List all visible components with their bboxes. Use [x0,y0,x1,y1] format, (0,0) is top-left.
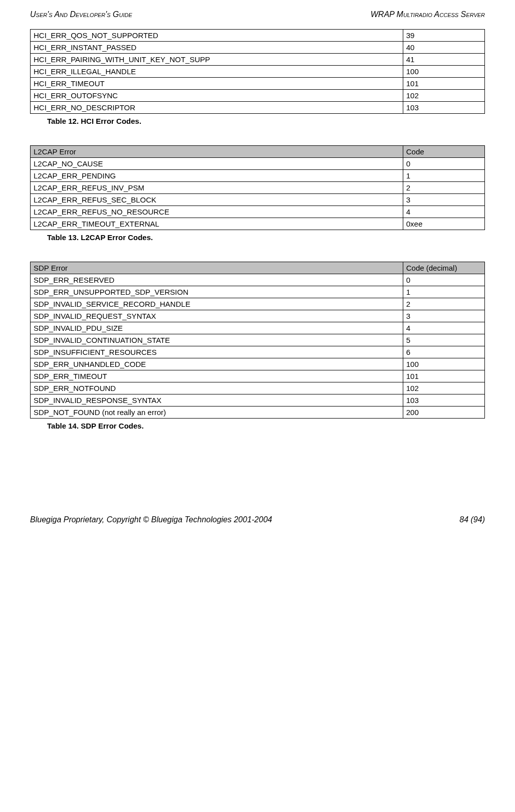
col-header: Code [403,146,484,158]
caption-table13: Table 13. L2CAP Error Codes. [47,233,485,242]
table-l2cap-errors: L2CAP Error Code L2CAP_NO_CAUSE0L2CAP_ER… [30,145,485,230]
table-row: SDP_ERR_UNSUPPORTED_SDP_VERSION1 [31,286,485,298]
table-row: L2CAP_ERR_REFUS_SEC_BLOCK3 [31,194,485,206]
table-row: SDP_ERR_TIMEOUT101 [31,370,485,382]
error-code-cell: 6 [403,346,484,358]
error-code-cell: 0 [403,274,484,286]
error-name-cell: HCI_ERR_QOS_NOT_SUPPORTED [31,30,403,42]
error-code-cell: 5 [403,334,484,346]
error-code-cell: 2 [403,182,484,194]
error-name-cell: L2CAP_ERR_REFUS_NO_RESOURCE [31,206,403,218]
error-code-cell: 40 [403,42,484,54]
error-code-cell: 102 [403,382,484,394]
error-name-cell: HCI_ERR_TIMEOUT [31,78,403,90]
error-name-cell: HCI_ERR_ILLEGAL_HANDLE [31,66,403,78]
table-row: L2CAP_ERR_REFUS_NO_RESOURCE4 [31,206,485,218]
table-row: HCI_ERR_PAIRING_WITH_UNIT_KEY_NOT_SUPP41 [31,54,485,66]
table-row: SDP_ERR_RESERVED0 [31,274,485,286]
caption-table14: Table 14. SDP Error Codes. [47,422,485,430]
table-row: HCI_ERR_TIMEOUT101 [31,78,485,90]
error-name-cell: L2CAP_ERR_REFUS_SEC_BLOCK [31,194,403,206]
table-row: HCI_ERR_ILLEGAL_HANDLE100 [31,66,485,78]
table-header-row: SDP Error Code (decimal) [31,262,485,274]
error-code-cell: 200 [403,407,484,419]
table-row: SDP_INVALID_SERVICE_RECORD_HANDLE2 [31,298,485,310]
footer-right: 84 (94) [459,515,485,524]
error-name-cell: SDP_ERR_TIMEOUT [31,370,403,382]
error-name-cell: L2CAP_ERR_PENDING [31,170,403,182]
caption-table12: Table 12. HCI Error Codes. [47,117,485,125]
table-row: L2CAP_ERR_TIMEOUT_EXTERNAL0xee [31,218,485,230]
error-name-cell: SDP_INVALID_PDU_SIZE [31,322,403,334]
error-name-cell: SDP_INVALID_REQUEST_SYNTAX [31,310,403,322]
table-hci-errors: HCI_ERR_QOS_NOT_SUPPORTED39HCI_ERR_INSTA… [30,29,485,114]
page-header: User's And Developer's Guide WRAP Multir… [30,10,485,19]
error-name-cell: SDP_ERR_UNHANDLED_CODE [31,358,403,370]
col-header: Code (decimal) [403,262,484,274]
footer-left: Bluegiga Proprietary, Copyright © Bluegi… [30,515,272,524]
error-code-cell: 101 [403,370,484,382]
error-name-cell: HCI_ERR_OUTOFSYNC [31,90,403,102]
error-code-cell: 3 [403,310,484,322]
error-name-cell: L2CAP_NO_CAUSE [31,158,403,170]
error-name-cell: L2CAP_ERR_TIMEOUT_EXTERNAL [31,218,403,230]
table-row: L2CAP_ERR_REFUS_INV_PSM2 [31,182,485,194]
table-row: HCI_ERR_INSTANT_PASSED40 [31,42,485,54]
table-sdp-errors: SDP Error Code (decimal) SDP_ERR_RESERVE… [30,262,485,419]
error-code-cell: 100 [403,358,484,370]
error-code-cell: 4 [403,206,484,218]
header-left: User's And Developer's Guide [30,10,132,19]
table-row: SDP_INVALID_REQUEST_SYNTAX3 [31,310,485,322]
error-name-cell: HCI_ERR_NO_DESCRIPTOR [31,102,403,114]
col-header: SDP Error [31,262,403,274]
table-row: HCI_ERR_NO_DESCRIPTOR103 [31,102,485,114]
table-header-row: L2CAP Error Code [31,146,485,158]
table-row: SDP_ERR_NOTFOUND102 [31,382,485,394]
error-code-cell: 41 [403,54,484,66]
error-name-cell: SDP_NOT_FOUND (not really an error) [31,407,403,419]
error-name-cell: HCI_ERR_PAIRING_WITH_UNIT_KEY_NOT_SUPP [31,54,403,66]
error-code-cell: 1 [403,170,484,182]
error-name-cell: SDP_ERR_RESERVED [31,274,403,286]
header-right: WRAP Multiradio Access Server [371,10,485,19]
error-code-cell: 103 [403,102,484,114]
page-footer: Bluegiga Proprietary, Copyright © Bluegi… [30,515,485,524]
table-row: SDP_INVALID_PDU_SIZE4 [31,322,485,334]
error-name-cell: L2CAP_ERR_REFUS_INV_PSM [31,182,403,194]
error-name-cell: SDP_INVALID_CONTINUATION_STATE [31,334,403,346]
table-row: L2CAP_NO_CAUSE0 [31,158,485,170]
table-row: HCI_ERR_OUTOFSYNC102 [31,90,485,102]
error-name-cell: HCI_ERR_INSTANT_PASSED [31,42,403,54]
table-row: SDP_INSUFFICIENT_RESOURCES6 [31,346,485,358]
error-name-cell: SDP_INSUFFICIENT_RESOURCES [31,346,403,358]
error-code-cell: 103 [403,394,484,407]
table-row: SDP_ERR_UNHANDLED_CODE100 [31,358,485,370]
error-code-cell: 102 [403,90,484,102]
error-code-cell: 1 [403,286,484,298]
table-row: L2CAP_ERR_PENDING1 [31,170,485,182]
error-name-cell: SDP_INVALID_RESPONSE_SYNTAX [31,394,403,407]
error-code-cell: 3 [403,194,484,206]
error-name-cell: SDP_ERR_NOTFOUND [31,382,403,394]
error-code-cell: 4 [403,322,484,334]
error-code-cell: 0xee [403,218,484,230]
error-name-cell: SDP_ERR_UNSUPPORTED_SDP_VERSION [31,286,403,298]
error-code-cell: 100 [403,66,484,78]
table-row: HCI_ERR_QOS_NOT_SUPPORTED39 [31,30,485,42]
table-row: SDP_NOT_FOUND (not really an error)200 [31,407,485,419]
table-row: SDP_INVALID_CONTINUATION_STATE5 [31,334,485,346]
error-name-cell: SDP_INVALID_SERVICE_RECORD_HANDLE [31,298,403,310]
error-code-cell: 0 [403,158,484,170]
table-row: SDP_INVALID_RESPONSE_SYNTAX103 [31,394,485,407]
error-code-cell: 101 [403,78,484,90]
col-header: L2CAP Error [31,146,403,158]
error-code-cell: 39 [403,30,484,42]
error-code-cell: 2 [403,298,484,310]
